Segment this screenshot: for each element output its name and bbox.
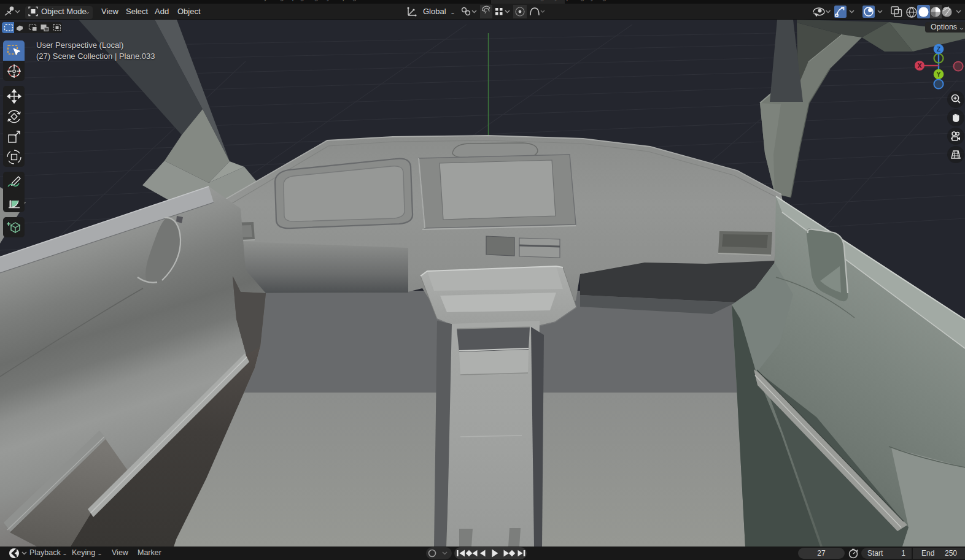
svg-text:Z: Z [937,45,941,53]
svg-text:Y: Y [936,71,940,78]
svg-text:X: X [917,62,921,69]
